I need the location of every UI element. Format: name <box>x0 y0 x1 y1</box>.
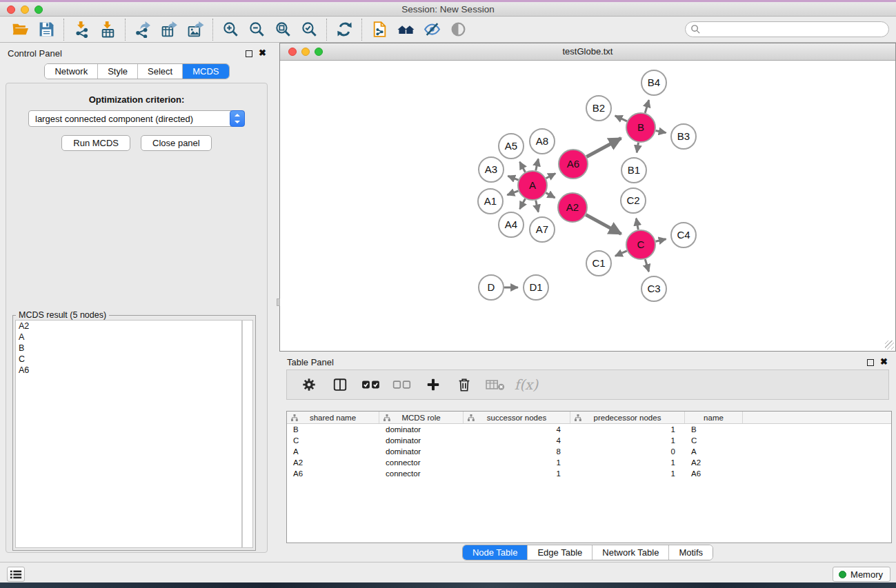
export-network-button[interactable] <box>130 19 156 41</box>
graph-edge-A-A5[interactable] <box>520 162 526 172</box>
control-panel-tabs: Network Style Select MCDS <box>44 63 229 79</box>
export-network-icon <box>135 21 152 38</box>
graph-edge-C-C1[interactable] <box>615 251 627 256</box>
window-resize-grip[interactable] <box>885 341 894 349</box>
graph-edge-A2-C[interactable] <box>586 215 621 234</box>
column-header-MCDS-role[interactable]: MCDS role <box>379 412 464 423</box>
graph-edge-B-B3[interactable] <box>656 131 666 133</box>
close-panel-button[interactable]: Close panel <box>141 135 212 151</box>
column-header-successor-nodes[interactable]: successor nodes <box>464 412 570 423</box>
graph-node-label-A: A <box>529 179 536 191</box>
graph-edge-B-B4[interactable] <box>645 100 649 113</box>
table-row[interactable]: A2connector11A2 <box>287 457 891 468</box>
result-list-item[interactable]: A <box>16 332 241 343</box>
graph-edge-A-A8[interactable] <box>536 159 539 171</box>
graph-edge-A-A4[interactable] <box>520 199 526 209</box>
close-panel-icon[interactable]: ✖ <box>880 356 888 367</box>
task-history-button[interactable] <box>7 567 25 582</box>
dropdown-spinner-icon <box>230 110 245 127</box>
search-input[interactable] <box>685 21 889 37</box>
table-row[interactable]: A6connector11A6 <box>287 468 891 479</box>
application-window: Session: New Session <box>0 0 896 588</box>
result-list-scrollbar[interactable] <box>242 320 253 548</box>
graph-node-label-C: C <box>637 239 645 250</box>
tab-mcds[interactable]: MCDS <box>182 64 228 79</box>
graph-edge-A-A6[interactable] <box>546 174 556 179</box>
close-panel-icon[interactable]: ✖ <box>259 48 266 58</box>
add-column-button[interactable] <box>424 375 443 394</box>
new-network-document-button[interactable] <box>366 19 392 41</box>
memory-button[interactable]: Memory <box>833 567 890 582</box>
result-list-item[interactable]: A6 <box>16 365 241 376</box>
column-header-predecessor-nodes[interactable]: predecessor nodes <box>570 412 685 423</box>
optimization-criterion-dropdown[interactable]: largest connected component (directed) <box>28 110 245 127</box>
result-list-item[interactable]: A2 <box>16 321 241 332</box>
graph-edge-A6-B[interactable] <box>586 139 621 157</box>
graph-edge-C-C4[interactable] <box>656 239 666 242</box>
graph-node-label-A1: A1 <box>484 195 497 207</box>
open-session-button[interactable] <box>7 19 33 41</box>
export-table-button[interactable] <box>156 19 182 41</box>
graph-node-label-A8: A8 <box>536 135 548 147</box>
table-row[interactable]: Adominator80A <box>287 446 891 457</box>
graph-edge-C-C2[interactable] <box>636 219 638 230</box>
column-header-shared-name[interactable]: shared name <box>287 412 379 423</box>
tab-network[interactable]: Network <box>45 64 97 79</box>
network-canvas[interactable]: B4B2BB3A8A5A6A3B1AA1C2A2A4A7C4CC1C3DD1 <box>280 61 895 351</box>
result-list-item[interactable]: B <box>16 343 241 354</box>
graph-edge-B-B2[interactable] <box>615 116 627 121</box>
select-all-columns-button[interactable] <box>361 375 381 394</box>
zoom-out-button[interactable] <box>243 19 270 41</box>
homes-button[interactable] <box>392 19 419 41</box>
network-window-titlebar[interactable]: testGlobe.txt <box>280 43 895 61</box>
delete-column-button[interactable] <box>455 375 474 394</box>
refresh-layout-button[interactable] <box>331 19 357 41</box>
graph-edge-A-A2[interactable] <box>546 193 555 198</box>
float-panel-icon[interactable] <box>867 359 874 366</box>
mcds-tab-content: Optimization criterion: largest connecte… <box>6 83 268 553</box>
tab-style[interactable]: Style <box>97 64 137 79</box>
node-table: shared nameMCDS rolesuccessor nodesprede… <box>286 411 892 543</box>
zoom-in-button[interactable] <box>217 19 243 41</box>
zoom-fit-button[interactable] <box>270 19 296 41</box>
graph-edge-A-A3[interactable] <box>508 176 518 180</box>
table-panel: Table Panel ✖ <box>279 352 896 562</box>
column-header-name[interactable]: name <box>685 412 743 423</box>
table-cell: B <box>685 425 743 434</box>
tab-edge-table[interactable]: Edge Table <box>527 545 592 560</box>
import-table-button[interactable] <box>94 19 121 41</box>
table-cell: A <box>287 447 379 456</box>
vertical-splitter-handle[interactable] <box>277 298 280 306</box>
memory-label: Memory <box>850 569 883 580</box>
deselect-all-columns-button[interactable] <box>392 375 412 394</box>
tab-network-table[interactable]: Network Table <box>592 545 668 560</box>
result-list-item[interactable]: C <box>16 354 241 365</box>
tab-motifs[interactable]: Motifs <box>668 545 713 560</box>
graph-edge-A-A7[interactable] <box>536 201 539 212</box>
graph-edge-C-C3[interactable] <box>645 259 648 272</box>
table-panel-title: Table Panel <box>287 357 334 367</box>
zoom-selected-icon <box>301 21 318 38</box>
tab-select[interactable]: Select <box>137 64 182 79</box>
save-session-button[interactable] <box>33 19 59 41</box>
graph-edge-B-B1[interactable] <box>637 143 638 153</box>
tab-node-table[interactable]: Node Table <box>463 545 528 560</box>
table-cell: A6 <box>685 469 743 478</box>
run-mcds-button[interactable]: Run MCDS <box>61 135 130 151</box>
table-settings-button[interactable] <box>299 375 319 394</box>
table-toolbar: f(x) <box>286 369 889 400</box>
import-network-button[interactable] <box>68 19 94 41</box>
zoom-selected-button[interactable] <box>296 19 322 41</box>
mcds-result-list[interactable]: A2ABCA6 <box>15 320 242 548</box>
show-hidden-button[interactable] <box>445 19 471 41</box>
hide-selected-button[interactable] <box>419 19 445 41</box>
function-builder-button-disabled: f(x) <box>517 375 536 394</box>
table-row[interactable]: Cdominator41C <box>287 435 891 446</box>
table-cell: 8 <box>464 447 570 456</box>
float-panel-icon[interactable] <box>246 50 252 57</box>
graph-edge-A-A1[interactable] <box>507 191 518 195</box>
table-row[interactable]: Bdominator41B <box>287 424 891 435</box>
zoom-out-icon <box>248 21 266 38</box>
export-image-button[interactable] <box>182 19 208 41</box>
split-columns-button[interactable] <box>330 375 350 394</box>
